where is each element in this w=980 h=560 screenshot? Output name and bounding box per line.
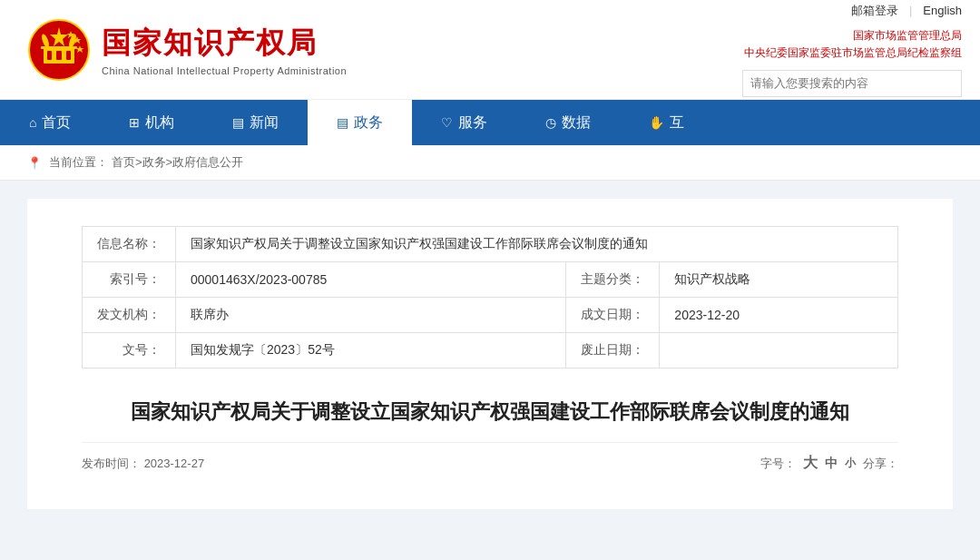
info-row-org: 发文机构： 联席办 成文日期： 2023-12-20 <box>83 298 898 333</box>
font-medium-btn[interactable]: 中 <box>825 456 838 472</box>
index-label: 索引号： <box>83 262 176 298</box>
national-emblem <box>27 18 91 82</box>
nav-org-label: 机构 <box>145 113 174 133</box>
top-bar: 国家知识产权局 China National Intellectual Prop… <box>0 0 980 100</box>
login-link[interactable]: 邮箱登录 <box>851 3 898 19</box>
nav-interact[interactable]: ✋ 互 <box>620 100 713 145</box>
search-bar <box>742 70 962 97</box>
breadcrumb: 📍 当前位置： 首页>政务>政府信息公开 <box>0 145 980 181</box>
nav-gov-label: 政务 <box>354 113 383 133</box>
nav-service-label: 服务 <box>458 113 487 133</box>
info-title-label: 信息名称： <box>83 227 176 262</box>
service-icon: ♡ <box>441 115 453 130</box>
svg-rect-5 <box>66 51 71 60</box>
logo-cn: 国家知识产权局 <box>102 24 347 64</box>
expire-label: 废止日期： <box>566 333 660 368</box>
org-issuer-value: 联席办 <box>176 298 566 333</box>
data-icon: ◷ <box>545 115 556 130</box>
svg-rect-3 <box>47 51 52 60</box>
news-icon: ▤ <box>232 115 244 130</box>
top-links: 邮箱登录 | English <box>851 3 962 19</box>
date-value: 2023-12-20 <box>660 298 898 333</box>
nav-interact-label: 互 <box>670 113 684 133</box>
info-table: 信息名称： 国家知识产权局关于调整设立国家知识产权强国建设工作部际联席会议制度的… <box>82 226 898 368</box>
logo-text: 国家知识产权局 China National Intellectual Prop… <box>102 24 347 76</box>
info-row-doc: 文号： 国知发规字〔2023〕52号 废止日期： <box>83 333 898 368</box>
font-size-controls: 字号： 大 中 小 分享： <box>760 454 898 473</box>
font-small-btn[interactable]: 小 <box>845 456 856 471</box>
breadcrumb-path[interactable]: 首页>政务>政府信息公开 <box>112 154 243 171</box>
org-link2[interactable]: 中央纪委国家监委驻市场监管总局纪检监察组 <box>744 45 962 61</box>
info-row-title: 信息名称： 国家知识产权局关于调整设立国家知识产权强国建设工作部际联席会议制度的… <box>83 227 898 262</box>
publish-time-area: 发布时间： 2023-12-27 <box>82 456 204 472</box>
breadcrumb-prefix: 当前位置： <box>49 154 108 171</box>
nav-news-label: 新闻 <box>250 113 279 133</box>
share-label: 分享： <box>863 456 898 472</box>
doc-label: 文号： <box>83 333 176 368</box>
nav-data[interactable]: ◷ 数据 <box>516 100 620 145</box>
theme-label: 主题分类： <box>566 262 660 298</box>
publish-info: 发布时间： 2023-12-27 字号： 大 中 小 分享： <box>82 442 898 473</box>
logo-en: China National Intellectual Property Adm… <box>102 65 347 76</box>
index-value: 00001463X/2023-00785 <box>176 262 566 298</box>
nav-gov[interactable]: ▤ 政务 <box>308 100 412 145</box>
home-icon: ⌂ <box>29 115 36 130</box>
nav-home[interactable]: ⌂ 首页 <box>0 100 100 145</box>
search-input[interactable] <box>743 71 961 96</box>
article-card: 信息名称： 国家知识产权局关于调整设立国家知识产权强国建设工作部际联席会议制度的… <box>27 199 953 509</box>
nav-bar: ⌂ 首页 ⊞ 机构 ▤ 新闻 ▤ 政务 ♡ 服务 ◷ 数据 ✋ 互 <box>0 100 980 145</box>
main-content: 信息名称： 国家知识产权局关于调整设立国家知识产权强国建设工作部际联席会议制度的… <box>0 181 980 560</box>
interact-icon: ✋ <box>649 115 664 130</box>
date-label: 成文日期： <box>566 298 660 333</box>
theme-value: 知识产权战略 <box>660 262 898 298</box>
location-icon: 📍 <box>27 156 42 170</box>
publish-time-value: 2023-12-27 <box>144 457 205 470</box>
side-links: 国家市场监管管理总局 中央纪委国家监委驻市场监管总局纪检监察组 <box>744 28 962 61</box>
info-row-index: 索引号： 00001463X/2023-00785 主题分类： 知识产权战略 <box>83 262 898 298</box>
publish-time-label: 发布时间： <box>82 457 141 470</box>
svg-rect-4 <box>56 51 62 60</box>
nav-data-label: 数据 <box>562 113 591 133</box>
top-right-area: 邮箱登录 | English 国家市场监管管理总局 中央纪委国家监委驻市场监管总… <box>742 3 962 97</box>
nav-service[interactable]: ♡ 服务 <box>412 100 516 145</box>
article-title: 国家知识产权局关于调整设立国家知识产权强国建设工作部际联席会议制度的通知 <box>82 396 898 427</box>
font-large-btn[interactable]: 大 <box>803 454 818 473</box>
divider: | <box>909 4 912 17</box>
nav-org[interactable]: ⊞ 机构 <box>100 100 203 145</box>
font-label: 字号： <box>760 456 796 472</box>
expire-value <box>660 333 898 368</box>
nav-news[interactable]: ▤ 新闻 <box>203 100 308 145</box>
org-icon: ⊞ <box>129 115 140 130</box>
nav-home-label: 首页 <box>42 113 71 133</box>
org-link1[interactable]: 国家市场监管管理总局 <box>853 28 962 44</box>
logo-area: 国家知识产权局 China National Intellectual Prop… <box>0 18 347 82</box>
english-link[interactable]: English <box>923 4 962 17</box>
doc-value: 国知发规字〔2023〕52号 <box>176 333 566 368</box>
gov-icon: ▤ <box>337 115 348 130</box>
org-issuer-label: 发文机构： <box>83 298 176 333</box>
info-title-value: 国家知识产权局关于调整设立国家知识产权强国建设工作部际联席会议制度的通知 <box>176 227 898 262</box>
